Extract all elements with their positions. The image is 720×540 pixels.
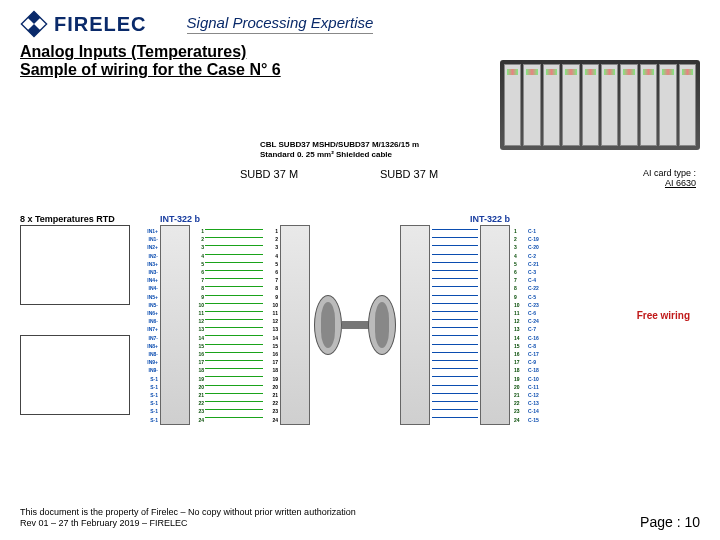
rtd-block-top	[20, 225, 130, 305]
wires-left	[205, 229, 263, 425]
ai-card-model[interactable]: AI 6630	[665, 178, 696, 188]
footer-line-1: This document is the property of Firelec…	[20, 507, 356, 519]
interface-label-left: INT-322 b	[160, 214, 200, 224]
terminal-card-right	[480, 225, 510, 425]
pin-numbers-left: 123456789101112131415161718192021222324	[192, 227, 204, 424]
footer-line-2: Rev 01 – 27 th February 2019 – FIRELEC	[20, 518, 356, 530]
cable-label: CBL SUBD37 MSHD/SUBD37 M/1326/15 m Stand…	[260, 140, 419, 159]
cable-card-right	[400, 225, 430, 425]
cable-ref: CBL SUBD37 MSHD/SUBD37 M/1326/15 m	[260, 140, 419, 150]
pin-numbers-mid: 123456789101112131415161718192021222324	[264, 227, 278, 424]
pin-numbers-right: 123456789101112131415161718192021222324	[514, 227, 526, 424]
connector-right: SUBD 37 M	[380, 168, 438, 180]
cable-link-icon	[342, 321, 370, 329]
footer-legal: This document is the property of Firelec…	[20, 507, 356, 530]
title-line-1: Analog Inputs (Temperatures)	[20, 43, 700, 61]
footer: This document is the property of Firelec…	[20, 507, 700, 530]
rtd-block-bottom	[20, 335, 130, 415]
header: FIRELEC Signal Processing Expertise	[0, 0, 720, 43]
page-number: Page : 10	[640, 514, 700, 530]
brand-tagline: Signal Processing Expertise	[187, 14, 374, 34]
terminal-card-left	[160, 225, 190, 425]
pin-labels-left: IN1+IN1-IN2+IN2-IN3+IN3-IN4+IN4-IN5+IN5-…	[142, 227, 158, 424]
pin-labels-right: C-1C-19C-20C-2C-21C-3C-4C-22C-5C-23C-6C-…	[528, 227, 550, 424]
wires-right	[432, 229, 478, 425]
subd-connector-right-icon	[368, 295, 396, 355]
brand-name: FIRELEC	[54, 13, 147, 36]
connector-left: SUBD 37 M	[240, 168, 298, 180]
brand-logo: FIRELEC	[20, 10, 147, 38]
subd-connector-left-icon	[314, 295, 342, 355]
logo-icon	[20, 10, 48, 38]
ai-card-prefix: AI card type :	[643, 168, 696, 178]
rtd-count-label: 8 x Temperatures RTD	[20, 214, 115, 224]
ai-card-type: AI card type : AI 6630	[643, 168, 696, 188]
interface-label-right: INT-322 b	[470, 214, 510, 224]
rack-photo	[500, 60, 700, 150]
cable-card-left	[280, 225, 310, 425]
cable-spec: Standard 0. 25 mm² Shielded cable	[260, 150, 419, 160]
wiring-diagram: IN1+IN1-IN2+IN2-IN3+IN3-IN4+IN4-IN5+IN5-…	[20, 225, 680, 435]
